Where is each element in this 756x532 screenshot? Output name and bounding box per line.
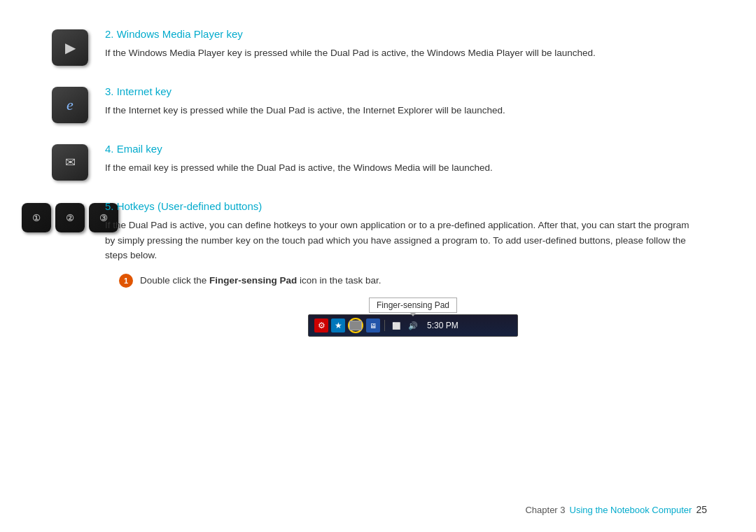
footer-chapter-link: Using the Notebook Computer <box>570 505 692 515</box>
hotkey-1-icon: ① <box>22 203 51 232</box>
taskbar-icon-2: ★ <box>331 318 345 332</box>
section-hotkeys: ① ② ③ 5. Hotkeys (User-defined buttons) … <box>42 200 700 337</box>
speaker-icon: 🔊 <box>408 321 418 330</box>
play-icon: ▶ <box>65 39 76 56</box>
step-1-number: 1 <box>119 274 133 288</box>
hotkeys-body: If the Dual Pad is active, you can defin… <box>105 218 700 263</box>
page-footer: Chapter 3 Using the Notebook Computer 25 <box>525 504 707 515</box>
footer-page-number: 25 <box>696 504 707 515</box>
taskbar-separator <box>384 320 385 331</box>
email-icon: ✉ <box>65 155 76 170</box>
bluetooth-icon: ★ <box>335 321 342 330</box>
icon-col-windows-media: ▶ <box>42 29 98 66</box>
taskbar-icon-1-symbol: ⚙ <box>318 321 326 330</box>
hotkey-2-label: ② <box>66 213 74 223</box>
taskbar-icon-4-symbol: ⬜ <box>392 322 400 330</box>
section-windows-media: ▶ 2. Windows Media Player key If the Win… <box>42 28 700 66</box>
step-1: 1 Double click the Finger-sensing Pad ic… <box>119 273 700 288</box>
finger-sensing-pad-tray-icon <box>349 321 362 330</box>
icon-col-hotkeys: ① ② ③ <box>42 202 98 232</box>
taskbar-icon-3-symbol: 🖥 <box>370 322 377 330</box>
icon-col-email: ✉ <box>42 144 98 181</box>
section-internet: e 3. Internet key If the Internet key is… <box>42 85 700 123</box>
internet-body: If the Internet key is pressed while the… <box>105 103 700 118</box>
email-icon-box: ✉ <box>52 144 88 181</box>
taskbar-icon-4: ⬜ <box>389 318 403 332</box>
taskbar-highlight-circle <box>348 318 363 333</box>
footer-chapter: Chapter 3 <box>525 505 565 515</box>
e-icon: e <box>66 96 74 114</box>
windows-media-heading: 2. Windows Media Player key <box>105 28 700 40</box>
taskbar-tooltip: Finger-sensing Pad <box>369 298 457 313</box>
taskbar-icon-5: 🔊 <box>406 318 420 332</box>
step-1-text-after: icon in the task bar. <box>297 275 381 286</box>
internet-text-col: 3. Internet key If the Internet key is p… <box>98 85 700 118</box>
page-content: ▶ 2. Windows Media Player key If the Win… <box>0 0 756 384</box>
taskbar-container: Finger-sensing Pad ⚙ ★ 🖥 <box>126 298 700 337</box>
taskbar-icon-1: ⚙ <box>314 318 328 332</box>
internet-icon: e <box>52 87 88 123</box>
hotkey-2-icon: ② <box>55 203 85 232</box>
email-heading: 4. Email key <box>105 143 700 155</box>
step-1-text-before: Double click the <box>140 275 209 286</box>
email-text-col: 4. Email key If the email key is pressed… <box>98 143 700 176</box>
windows-media-text-col: 2. Windows Media Player key If the Windo… <box>98 28 700 61</box>
hotkeys-heading: 5. Hotkeys (User-defined buttons) <box>105 200 700 212</box>
windows-media-icon: ▶ <box>52 29 88 66</box>
internet-heading: 3. Internet key <box>105 85 700 97</box>
hotkey-1-label: ① <box>32 213 41 223</box>
finger-sensing-pad-label: Finger-sensing Pad <box>209 275 297 286</box>
windows-media-body: If the Windows Media Player key is press… <box>105 46 700 61</box>
taskbar-icon-3: 🖥 <box>366 318 380 332</box>
step-1-text: Double click the Finger-sensing Pad icon… <box>140 273 381 288</box>
taskbar: ⚙ ★ 🖥 ⬜ 🔊 <box>308 314 518 337</box>
section-email: ✉ 4. Email key If the email key is press… <box>42 143 700 181</box>
taskbar-time: 5:30 PM <box>427 321 458 330</box>
email-body: If the email key is pressed while the Du… <box>105 160 700 176</box>
icon-col-internet: e <box>42 87 98 123</box>
hotkeys-text-col: 5. Hotkeys (User-defined buttons) If the… <box>98 200 700 337</box>
